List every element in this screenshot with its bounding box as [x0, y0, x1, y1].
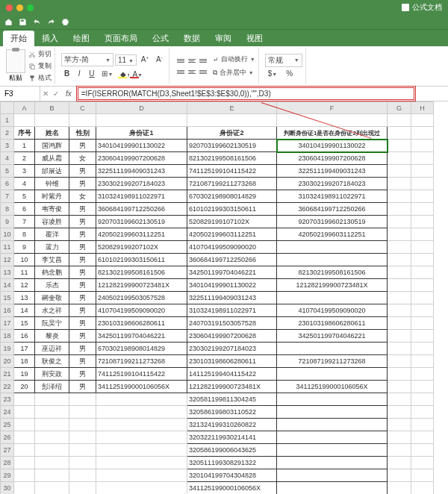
cell[interactable]: 320586199006043625 [187, 444, 277, 457]
cell[interactable]: 230604199907200628 [277, 152, 388, 165]
col-header[interactable]: C [69, 102, 96, 114]
align-right[interactable] [198, 66, 208, 77]
cell[interactable]: 男 [69, 228, 96, 241]
cell[interactable]: 342501199704046221 [187, 266, 277, 279]
cell[interactable]: 520829199207102X [96, 241, 187, 254]
cell[interactable]: 320104199704304828 [187, 469, 277, 482]
cell[interactable]: 121282199900723481X [277, 279, 388, 292]
cell[interactable]: 310324198911022971 [96, 190, 187, 203]
cancel-icon[interactable]: ✕ [40, 90, 51, 98]
cell[interactable]: 男 [69, 216, 96, 228]
row-header[interactable]: 15 [1, 292, 14, 304]
align-top-left[interactable] [175, 55, 186, 66]
cell[interactable]: 310324198911022971 [277, 190, 388, 203]
print-icon[interactable] [61, 18, 69, 26]
hdr-seq[interactable]: 序号 [14, 127, 35, 140]
cell[interactable]: 821302199508161506 [96, 266, 187, 279]
row-header[interactable]: 12 [1, 254, 14, 266]
cell[interactable]: 230103198606280611 [187, 355, 277, 368]
cell[interactable]: 320322119930214141 [187, 431, 277, 444]
close-icon[interactable] [6, 4, 13, 11]
cell[interactable]: 男 [69, 292, 96, 304]
cell[interactable]: 男 [69, 266, 96, 279]
row-header[interactable]: 30 [1, 482, 14, 495]
cell[interactable]: 821302199508161506 [277, 266, 388, 279]
cell[interactable]: 360684199712250266 [277, 203, 388, 216]
cell[interactable]: 341125199000106056X [277, 381, 388, 393]
cell[interactable]: 230604199907200628 [96, 152, 187, 165]
cell[interactable]: 240703191503057528 [187, 317, 277, 330]
cell[interactable]: 360684199712250266 [96, 203, 187, 216]
cell[interactable]: 2 [14, 152, 35, 165]
row-header[interactable]: 26 [1, 431, 14, 444]
font-size[interactable]: 11 ▼ [115, 54, 137, 66]
row-header[interactable]: 25 [1, 419, 14, 431]
row-header[interactable]: 22 [1, 381, 14, 393]
maximize-icon[interactable] [27, 4, 34, 11]
currency-button[interactable]: $▼ [265, 68, 281, 79]
merge-center-button[interactable]: ⧉ 合并居中 ▼ [213, 67, 255, 78]
cell[interactable]: 20 [14, 381, 35, 393]
cell[interactable]: 320511199308291322 [187, 457, 277, 469]
font-color-button[interactable]: A▼ [129, 69, 140, 79]
cell[interactable]: 342501199704046221 [96, 330, 187, 343]
cell[interactable]: 男 [69, 330, 96, 343]
percent-button[interactable]: % [283, 68, 296, 79]
tab-view[interactable]: 视图 [239, 31, 270, 46]
minimize-icon[interactable] [16, 4, 23, 11]
cell[interactable]: 男 [69, 304, 96, 317]
row-header[interactable]: 16 [1, 304, 14, 317]
cell[interactable]: 340104199901130022 [277, 140, 388, 152]
corner-cell[interactable] [1, 102, 14, 114]
cell[interactable]: 420502199603112251 [187, 228, 277, 241]
cell[interactable]: 410704199509090020 [277, 304, 388, 317]
cell[interactable]: 16 [14, 330, 35, 343]
row-header[interactable]: 6 [1, 178, 14, 190]
formula-bar[interactable]: =IF(ISERROR(MATCH(D3,Sheet1!$E$3:$E$30,0… [78, 87, 414, 100]
cell[interactable]: 5 [14, 190, 35, 203]
col-header[interactable]: G [388, 102, 411, 114]
copy-button[interactable]: 复制 [28, 60, 52, 72]
shrink-font-button[interactable]: A- [153, 54, 166, 65]
cell[interactable]: 741125199104115422 [187, 165, 277, 178]
cell[interactable]: 荆安政 [35, 368, 69, 381]
cell[interactable]: 321324199310260822 [187, 419, 277, 431]
cell[interactable]: 男 [69, 203, 96, 216]
cell[interactable]: 男 [69, 355, 96, 368]
row-header[interactable]: 5 [1, 165, 14, 178]
cell[interactable]: 230103198606280611 [96, 317, 187, 330]
cell[interactable]: 920703199602130519 [277, 216, 388, 228]
cell[interactable]: 121282199900723481X [187, 381, 277, 393]
cell[interactable]: 13 [14, 292, 35, 304]
cell[interactable]: 男 [69, 140, 96, 152]
row-header[interactable]: 4 [1, 152, 14, 165]
cell[interactable]: 李艾昌 [35, 254, 69, 266]
row-header[interactable]: 24 [1, 406, 14, 419]
cell[interactable]: 9 [14, 241, 35, 254]
cell[interactable]: 女 [69, 190, 96, 203]
row-header[interactable]: 14 [1, 279, 14, 292]
row-header[interactable]: 13 [1, 266, 14, 279]
cell[interactable]: 国鸿辉 [35, 140, 69, 152]
tab-data[interactable]: 数据 [176, 31, 208, 46]
cell[interactable]: 322511199409031243 [96, 165, 187, 178]
col-header[interactable]: A [14, 102, 35, 114]
cell[interactable]: 341125199000106056X [187, 482, 277, 495]
cell[interactable]: 520829199107102X [187, 216, 277, 228]
cell[interactable]: 10 [14, 254, 35, 266]
cell[interactable]: 男 [69, 241, 96, 254]
cell[interactable]: 670302198908014829 [187, 190, 277, 203]
cell[interactable]: 230103198606280611 [277, 317, 388, 330]
cell[interactable]: 240502199503057528 [96, 292, 187, 304]
align-center[interactable] [187, 66, 197, 77]
cell[interactable]: 670302198908014829 [96, 343, 187, 355]
cell[interactable]: 340104199901130022 [187, 279, 277, 292]
font-select[interactable]: 苹方-简▼ [61, 53, 113, 66]
spreadsheet[interactable]: A B C D E F G H 12序号姓名性别身份证1身份证2判断身份证1是否… [0, 101, 434, 494]
cell[interactable]: 水之祥 [35, 304, 69, 317]
cell[interactable]: 420502199603112251 [96, 228, 187, 241]
cell[interactable]: 嗣奎敬 [35, 292, 69, 304]
cell[interactable]: 男 [69, 279, 96, 292]
cell[interactable]: 741125199104115422 [96, 368, 187, 381]
cell[interactable]: 男 [69, 343, 96, 355]
